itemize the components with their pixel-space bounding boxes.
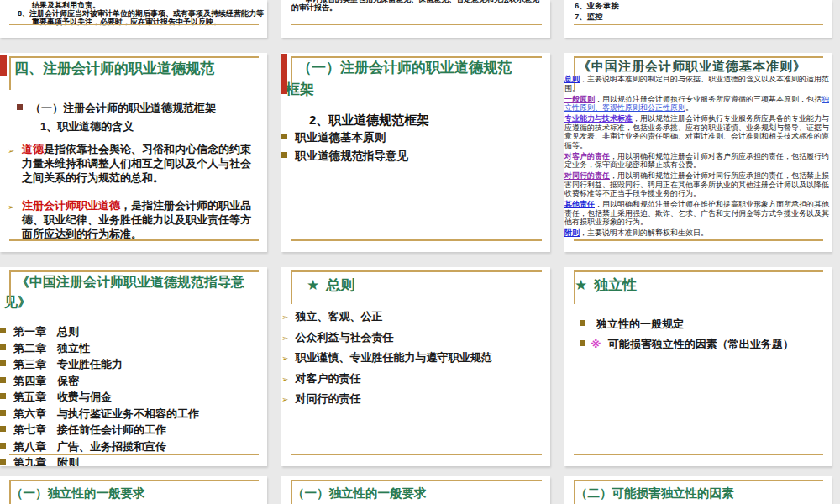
chevron-bullet-icon: ➢ [281, 312, 288, 322]
square-bullet-icon [0, 443, 6, 449]
slide-card-indep-req-2[interactable]: （一）独立性的一般要求 [281, 476, 550, 504]
accent-line [291, 454, 542, 455]
slide-card-indep-req-1[interactable]: （一）独立性的一般要求 [0, 476, 267, 504]
chapter-label: 第四章 保密 [13, 375, 79, 387]
accent-line [574, 56, 823, 58]
definition-item: ➢对客户的责任，用以明确和规范注册会计师对客户所应承担的责任，包括履行约定业务，… [564, 152, 832, 170]
square-bullet-icon [580, 320, 585, 326]
slide-title: ★总则 [281, 276, 550, 295]
chapter-list: 第一章 总则 第二章 独立性 第三章 专业胜任能力 第四章 保密 第五章 收费与… [0, 323, 267, 466]
definition-item: ➢专业能力与技术标准，用以规范注册会计师执行专业服务所应具备的专业能力与应遵循的… [564, 114, 832, 150]
list-item: 职业道德规范指导意见 [281, 147, 550, 165]
definition-item: ➢对同行的责任，用以明确和规范注册会计师对同行所应承担的责任，包括禁止损害同行利… [564, 171, 832, 198]
slide-title: 四、注册会计师的职业道德规范 [14, 58, 259, 80]
slide-card-guide-opinion[interactable]: 《中国注册会计师职业道德规范指导意见》 第一章 总则 第二章 独立性 第三章 专… [0, 267, 267, 466]
list-item: ➢公众利益与社会责任 [281, 328, 550, 349]
slide-title: （一）独立性的一般要求 [0, 486, 267, 501]
list-item: ➢职业谨慎、专业胜任能力与遵守职业规范 [281, 348, 550, 369]
chevron-bullet-icon: ➢ [281, 333, 288, 343]
accent-line [574, 270, 823, 272]
chevron-bullet-icon: ➢ [8, 144, 14, 158]
accent-line [574, 480, 575, 504]
chevron-bullet-icon: ➢ [281, 354, 288, 363]
chevron-bullet-icon: ➢ [281, 375, 288, 384]
square-bullet-icon [0, 459, 6, 465]
chapter-label: 第二章 独立性 [13, 342, 90, 354]
title-text: 独立性 [594, 277, 637, 293]
slide-title: （一）注册会计师的职业道德规范框架 [281, 57, 550, 101]
red-accent-bar [281, 54, 287, 94]
sub-heading: 2、职业道德规范框架 [281, 113, 550, 129]
chapter-label: 第三章 专业胜任能力 [13, 358, 123, 370]
definition-item: ➢总则，主要说明本准则的制定目的与依据、职业道德的含义以及本准则的适用范围。 [564, 75, 832, 92]
slide-card-impair-factors[interactable]: （二）可能损害独立性的因素 [564, 476, 832, 504]
chapter-item: 第七章 接任前任会计师的工作 [0, 422, 267, 438]
chapter-label: 第九章 附则 [13, 456, 79, 466]
definition-text: ，用以明确和规范注册会计师在维护和提高职业形象方面所承担的其他责任，包括禁止采用… [564, 200, 829, 226]
bullet-list: ➢独立、客观、公正 ➢公众利益与社会责任 ➢职业谨慎、专业胜任能力与遵守职业规范… [281, 307, 550, 410]
accent-line [291, 480, 542, 481]
term-link[interactable]: 专业能力与技术标准 [564, 114, 633, 123]
chapter-label: 第七章 接任前任会计师的工作 [13, 423, 166, 436]
title-text: 总则 [326, 277, 354, 293]
accent-line [9, 56, 259, 58]
slide-title: 《中国注册会计师职业道德规范指导意见》 [0, 272, 267, 312]
bullet-label: （一）注册会计师的职业道德规范框架 [30, 102, 216, 114]
accent-line [9, 270, 259, 272]
chapter-label: 第八章 广告、业务招揽和宣传 [13, 440, 166, 453]
star-icon: ★ [307, 277, 319, 293]
chapter-item: 第一章 总则 [0, 323, 267, 340]
term-link[interactable]: 对同行的责任 [564, 171, 610, 180]
sub-item: 1、职业道德的含义 [0, 119, 267, 134]
bullet-item: （一）注册会计师的职业道德规范框架 [0, 101, 267, 116]
slide-card-post-audit[interactable]: 结果及其利用负责。 8、注册会计师应当对被审计单位的期后事项、或有事项及持续经营… [0, 0, 267, 38]
definition-list: ➢总则，主要说明本准则的制定目的与依据、职业道德的含义以及本准则的适用范围。 ➢… [564, 75, 832, 238]
accent-line [9, 454, 259, 455]
definition-text: ，主要说明本准则的制定目的与依据、职业道德的含义以及本准则的适用范围。 [564, 75, 829, 92]
accent-line [291, 270, 292, 304]
square-bullet-icon [0, 426, 6, 432]
term-link[interactable]: 一般原则 [564, 95, 595, 103]
bullet-label: 独立、客观、公正 [295, 310, 382, 323]
square-bullet-icon [0, 377, 6, 383]
term: 道德 [22, 143, 44, 155]
slide-card-ethics-norms[interactable]: 四、注册会计师的职业道德规范 （一）注册会计师的职业道德规范框架 1、职业道德的… [0, 53, 267, 252]
accent-line [574, 239, 823, 241]
square-bullet-icon [0, 393, 6, 399]
accent-line [9, 56, 11, 90]
slide-card-basic-criteria[interactable]: 《中国注册会计师职业道德基本准则》 ➢总则，主要说明本准则的制定目的与依据、职业… [564, 53, 832, 252]
term: 注册会计师职业道德 [22, 199, 120, 212]
chapter-label: 第五章 收费与佣金 [13, 391, 112, 403]
chapter-item: 第六章 与执行鉴证业务不相容的工作 [0, 406, 267, 423]
chevron-bullet-icon: ➢ [281, 395, 288, 404]
term-link[interactable]: 附则 [564, 228, 580, 237]
slide-sorter-grid: 结果及其利用负责。 8、注册会计师应当对被审计单位的期后事项、或有事项及持续经营… [0, 0, 840, 504]
slide-title: ★独立性 [564, 276, 832, 295]
chapter-label: 第六章 与执行鉴证业务不相容的工作 [13, 407, 199, 420]
slide-body: 6、业务承接 7、监控 [575, 1, 619, 22]
slide-card-report-types[interactable]: 审计报告的类型包括无保留意见、保留意见、否定意见和无法表示意见 的审计报告。 [281, 0, 550, 38]
definition-item: ➢一般原则，用以规范注册会计师执行专业服务所应遵循的三项基本原则，包括独立性原则… [564, 95, 832, 113]
slide-title: 《中国注册会计师职业道德基本准则》 [578, 59, 827, 75]
definition-text: ，主要说明本准则的解释权和生效日。 [580, 228, 708, 237]
slide-card-independence[interactable]: ★独立性 独立性的一般规定 ※可能损害独立性的因素（常出业务题） [564, 267, 832, 466]
slide-card-general-rules[interactable]: ★总则 ➢独立、客观、公正 ➢公众利益与社会责任 ➢职业谨慎、专业胜任能力与遵守… [281, 267, 550, 466]
definition-text: 。 [685, 103, 693, 112]
bullet-label: 公众利益与社会责任 [295, 331, 393, 344]
bullet-item: ※可能损害独立性的因素（常出业务题） [564, 335, 832, 354]
red-accent-bar [0, 55, 7, 76]
slide-body: 结果及其利用负责。 8、注册会计师应当对被审计单位的期后事项、或有事项及持续经营… [7, 1, 264, 26]
accent-line [291, 24, 542, 25]
term-link[interactable]: 对客户的责任 [564, 152, 610, 160]
bullet-list: 职业道德基本原则 职业道德规范指导意见 [281, 129, 550, 165]
list-item: ➢对同行的责任 [281, 389, 550, 410]
accent-line [574, 480, 823, 481]
list-item: 6、业务承接 [575, 1, 619, 12]
slide-card-frame2[interactable]: （一）注册会计师的职业道德规范框架 2、职业道德规范框架 职业道德基本原则 职业… [281, 53, 550, 252]
term-link[interactable]: 其他责任 [564, 200, 595, 208]
term-link[interactable]: 总则 [564, 75, 580, 83]
bullet-label: 职业道德规范指导意见 [295, 150, 408, 162]
chapter-item: 第八章 广告、业务招揽和宣传 [0, 438, 267, 455]
bullet-label: 职业道德基本原则 [295, 131, 386, 144]
slide-card-quality-control[interactable]: 6、业务承接 7、监控 [564, 0, 832, 38]
